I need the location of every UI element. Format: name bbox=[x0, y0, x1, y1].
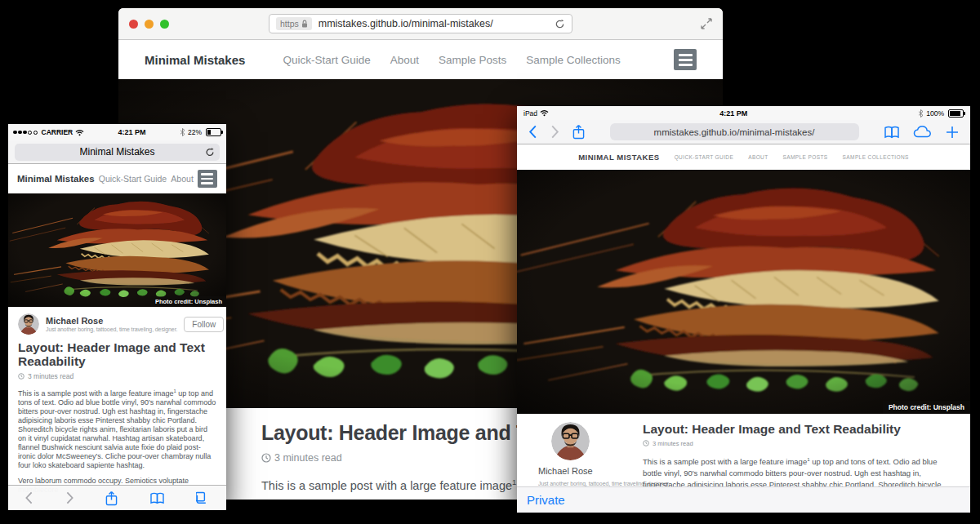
nav-link-sample-posts[interactable]: Sample Posts bbox=[439, 54, 506, 66]
forward-icon[interactable] bbox=[550, 125, 559, 139]
article-body: Michael Rose Just another boring, tattoo… bbox=[517, 414, 970, 495]
share-icon[interactable] bbox=[572, 124, 585, 140]
nav-link-sample-collections[interactable]: SAMPLE COLLECTIONS bbox=[843, 154, 909, 160]
read-time-text: 3 minutes read bbox=[274, 452, 342, 464]
page-title: Layout: Header Image and Text Readabilit… bbox=[643, 422, 956, 437]
bookmarks-icon[interactable] bbox=[884, 126, 900, 139]
https-badge: https bbox=[276, 17, 312, 30]
address-bar[interactable]: https mmistakes.github.io/minimal-mistak… bbox=[269, 14, 572, 33]
header-feature-image: Photo credit: Unsplash bbox=[8, 193, 226, 307]
battery-icon bbox=[948, 109, 964, 118]
icloud-tabs-icon[interactable] bbox=[913, 126, 933, 139]
url-text: mmistakes.github.io/minimal-mistakes/ bbox=[318, 18, 493, 29]
paragraph-text: This is a sample post with a large featu… bbox=[18, 389, 174, 397]
zoom-window-button[interactable] bbox=[160, 20, 169, 29]
forward-icon[interactable] bbox=[65, 491, 74, 504]
hamburger-menu-icon[interactable] bbox=[198, 170, 217, 188]
reload-icon[interactable] bbox=[555, 19, 565, 29]
follow-button[interactable]: Follow bbox=[184, 317, 224, 332]
address-bar[interactable]: Minimal Mistakes bbox=[15, 144, 220, 161]
author-bio: Just another boring, tattooed, time trav… bbox=[46, 326, 177, 332]
hamburger-menu-icon[interactable] bbox=[674, 49, 697, 70]
bluetooth-icon bbox=[918, 109, 924, 118]
status-time: 4:21 PM bbox=[551, 109, 915, 118]
site-title-link[interactable]: Minimal Mistakes bbox=[145, 53, 245, 67]
author-sidebar: Michael Rose Just another boring, tattoo… bbox=[538, 422, 625, 495]
dried-leaves-photo bbox=[8, 193, 226, 307]
back-icon[interactable] bbox=[528, 125, 537, 139]
read-time-text: 3 minutes read bbox=[653, 440, 693, 447]
site-masthead: Minimal Mistakes Quick-Start Guide About… bbox=[118, 40, 723, 79]
share-icon[interactable] bbox=[105, 491, 118, 506]
minimize-window-button[interactable] bbox=[145, 20, 154, 29]
reload-icon[interactable] bbox=[205, 147, 215, 158]
iphone-status-bar: CARRIER 4:21 PM 22% bbox=[8, 124, 226, 140]
nav-link-about[interactable]: ABOUT bbox=[748, 154, 768, 160]
nav-link-quick-start[interactable]: Quick-Start Guide bbox=[283, 54, 370, 66]
https-label: https bbox=[280, 19, 299, 29]
clock-icon bbox=[643, 440, 649, 446]
dried-leaves-photo bbox=[517, 170, 970, 414]
article-paragraph: This is a sample post with a large featu… bbox=[18, 387, 216, 470]
paragraph-text: up top and tons of text. Odio ad blue bo… bbox=[18, 389, 216, 469]
bookmarks-icon[interactable] bbox=[149, 492, 165, 504]
avatar bbox=[18, 313, 39, 335]
carrier-label: CARRIER bbox=[42, 128, 74, 136]
author-block: Michael Rose Just another boring, tattoo… bbox=[46, 316, 177, 333]
clock-icon bbox=[261, 453, 271, 463]
page-title-text: Minimal Mistakes bbox=[79, 146, 154, 158]
nav-link-about[interactable]: About bbox=[390, 54, 419, 66]
back-icon[interactable] bbox=[24, 491, 33, 504]
battery-percent: 22% bbox=[188, 128, 202, 136]
clock-icon bbox=[18, 373, 24, 380]
article-body: Michael Rose Just another boring, tattoo… bbox=[8, 307, 226, 495]
battery-icon bbox=[206, 128, 221, 136]
nav-link-about[interactable]: About bbox=[171, 174, 193, 184]
site-masthead: Minimal Mistakes Quick-Start Guide About bbox=[8, 164, 226, 193]
site-nav-links: Quick-Start Guide About Sample Posts Sam… bbox=[283, 54, 620, 66]
author-name: Michael Rose bbox=[538, 466, 625, 477]
close-window-button[interactable] bbox=[129, 20, 138, 29]
page-title: Layout: Header Image and Text Readabilit… bbox=[18, 340, 216, 369]
ipad-status-bar: iPad 4:21 PM 100% bbox=[517, 106, 970, 120]
lock-icon bbox=[301, 20, 308, 28]
resize-arrows-icon[interactable] bbox=[701, 18, 712, 29]
paragraph-text: This is a sample post with a large featu… bbox=[261, 479, 512, 492]
status-time: 4:21 PM bbox=[87, 128, 177, 136]
browser-titlebar: https mmistakes.github.io/minimal-mistak… bbox=[118, 8, 723, 40]
private-browsing-bar: Private bbox=[517, 486, 970, 513]
photo-credit-overlay: Photo credit: Unsplash bbox=[151, 296, 226, 307]
avatar bbox=[551, 422, 590, 460]
safari-toolbar: mmistakes.github.io/minimal-mistakes/ bbox=[517, 120, 970, 144]
private-button[interactable]: Private bbox=[527, 493, 565, 507]
read-time-meta: 3 minutes read bbox=[643, 440, 956, 447]
device-label: iPad bbox=[523, 109, 537, 118]
nav-link-quick-start[interactable]: Quick-Start Guide bbox=[99, 174, 167, 184]
safari-bottom-toolbar bbox=[8, 485, 226, 510]
cell-signal-icon bbox=[13, 131, 38, 135]
safari-urlbar: Minimal Mistakes bbox=[8, 140, 226, 164]
nav-link-sample-posts[interactable]: SAMPLE POSTS bbox=[783, 154, 828, 160]
site-title-link[interactable]: Minimal Mistakes bbox=[17, 174, 95, 184]
tabs-icon[interactable] bbox=[196, 491, 210, 505]
read-time-meta: 3 minutes read bbox=[18, 372, 216, 380]
wifi-icon bbox=[75, 129, 84, 136]
new-tab-icon[interactable] bbox=[946, 126, 959, 139]
nav-link-sample-collections[interactable]: Sample Collections bbox=[526, 54, 621, 66]
ipad-safari-window: iPad 4:21 PM 100% mmistakes.github.io/mi… bbox=[517, 106, 970, 513]
paragraph-text: This is a sample post with a large featu… bbox=[643, 457, 807, 466]
site-masthead: MINIMAL MISTAKES QUICK-START GUIDE ABOUT… bbox=[517, 144, 970, 170]
author-row: Michael Rose Just another boring, tattoo… bbox=[18, 313, 216, 335]
url-text: mmistakes.github.io/minimal-mistakes/ bbox=[654, 127, 815, 137]
wifi-icon bbox=[540, 109, 549, 117]
window-controls bbox=[129, 20, 169, 29]
bluetooth-icon bbox=[180, 128, 185, 136]
address-bar[interactable]: mmistakes.github.io/minimal-mistakes/ bbox=[610, 123, 859, 140]
read-time-text: 3 minutes read bbox=[28, 372, 74, 380]
battery-percent: 100% bbox=[926, 109, 944, 118]
site-title-link[interactable]: MINIMAL MISTAKES bbox=[578, 153, 659, 162]
nav-link-quick-start[interactable]: QUICK-START GUIDE bbox=[675, 154, 734, 160]
iphone-safari-window: CARRIER 4:21 PM 22% Minimal Mistakes Min… bbox=[8, 124, 226, 510]
header-feature-image: Photo credit: Unsplash bbox=[517, 170, 970, 414]
author-bio: Just another boring, tattooed, time trav… bbox=[538, 481, 625, 486]
